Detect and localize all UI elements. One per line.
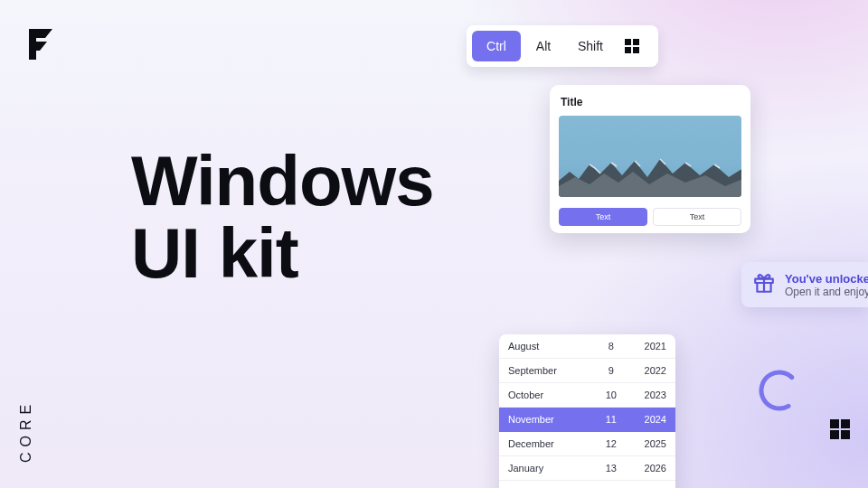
date-picker-year: 2026 xyxy=(627,463,666,474)
shift-key-label: Shift xyxy=(578,39,603,53)
date-picker-row[interactable]: December122025 xyxy=(499,432,675,456)
date-picker-year: 2023 xyxy=(627,389,666,400)
date-picker-day: 10 xyxy=(595,389,627,400)
banner-title: You've unlocked xyxy=(785,272,868,286)
date-picker-row[interactable]: January132026 xyxy=(499,456,675,481)
page-title: Windows UI kit xyxy=(131,145,434,290)
date-picker-month: December xyxy=(508,438,595,449)
date-picker-row[interactable]: November112024 xyxy=(499,408,675,432)
date-picker-month: November xyxy=(508,414,595,425)
unlocked-banner[interactable]: You've unlocked Open it and enjoy. xyxy=(741,262,868,307)
shift-key-button[interactable]: Shift xyxy=(566,31,615,61)
date-picker-day: 12 xyxy=(595,438,627,449)
svg-point-3 xyxy=(756,367,803,414)
preview-card: Title Text Text xyxy=(550,85,750,233)
card-title: Title xyxy=(561,96,741,108)
card-secondary-button[interactable]: Text xyxy=(653,208,741,226)
windows-key-button[interactable] xyxy=(617,31,647,61)
date-picker-day: 8 xyxy=(595,341,627,352)
alt-key-label: Alt xyxy=(536,39,551,53)
alt-key-button[interactable]: Alt xyxy=(523,31,564,61)
ctrl-key-button[interactable]: Ctrl xyxy=(472,31,521,61)
date-picker-year: 2021 xyxy=(627,341,666,352)
page-title-line2: UI kit xyxy=(131,213,298,293)
logo-icon xyxy=(29,29,52,63)
banner-subtitle: Open it and enjoy. xyxy=(785,286,868,298)
card-actions: Text Text xyxy=(559,208,741,226)
date-picker-row[interactable]: February142027 xyxy=(499,481,675,488)
date-picker-month: August xyxy=(508,341,595,352)
loading-spinner-icon xyxy=(756,367,803,414)
core-label: CORE xyxy=(18,399,34,463)
card-secondary-button-label: Text xyxy=(690,212,705,221)
modifier-key-toggle: Ctrl Alt Shift xyxy=(467,25,658,67)
date-picker-day: 9 xyxy=(595,365,627,376)
windows-grid-icon xyxy=(830,419,850,439)
date-picker-row[interactable]: August82021 xyxy=(499,334,675,359)
date-picker-year: 2025 xyxy=(627,438,666,449)
card-hero-image xyxy=(559,116,741,197)
ctrl-key-label: Ctrl xyxy=(486,39,506,53)
date-picker-year: 2022 xyxy=(627,365,666,376)
page-title-line1: Windows xyxy=(131,141,434,221)
date-picker-row[interactable]: September92022 xyxy=(499,359,675,383)
date-picker-month: October xyxy=(508,389,595,400)
windows-grid-icon xyxy=(625,39,639,53)
date-picker: August82021September92022October102023No… xyxy=(499,334,675,488)
date-picker-month: January xyxy=(508,463,595,474)
banner-text: You've unlocked Open it and enjoy. xyxy=(785,272,868,298)
date-picker-year: 2024 xyxy=(627,414,666,425)
gift-icon xyxy=(752,271,776,298)
date-picker-month: September xyxy=(508,365,595,376)
date-picker-row[interactable]: October102023 xyxy=(499,383,675,408)
date-picker-day: 11 xyxy=(595,414,627,425)
date-picker-day: 13 xyxy=(595,463,627,474)
card-primary-button[interactable]: Text xyxy=(559,208,647,226)
card-primary-button-label: Text xyxy=(596,212,611,221)
